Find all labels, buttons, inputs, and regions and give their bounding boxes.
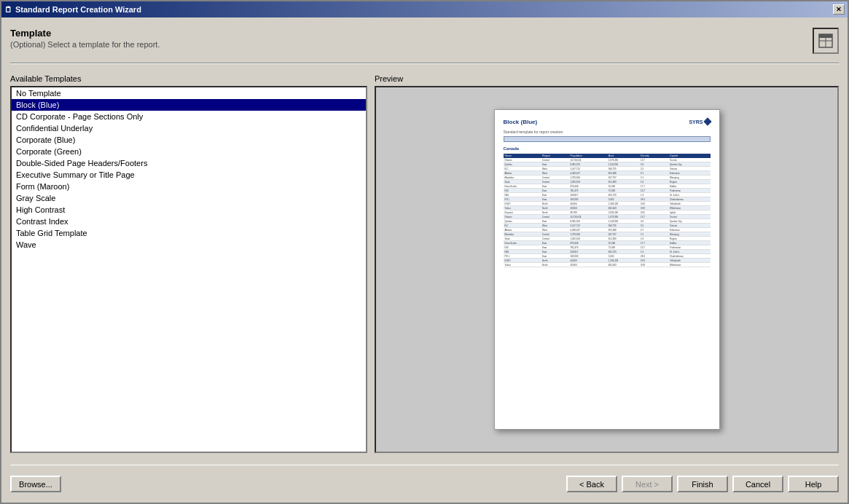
footer-buttons: < Back Next > Finish Cancel Help <box>566 476 839 492</box>
listbox-item-form-maroon[interactable]: Form (Maroon) <box>12 181 366 192</box>
preview-document: Block (Blue) SYRS Standard template for … <box>494 109 720 430</box>
listbox-item-gray-scale[interactable]: Gray Scale <box>12 192 366 204</box>
available-templates-label: Available Templates <box>10 74 367 83</box>
right-panel: Preview Block (Blue) SYRS Standar <box>375 74 839 453</box>
templates-listbox[interactable]: No TemplateBlock (Blue)CD Corporate - Pa… <box>10 86 367 453</box>
main-panels: Available Templates No TemplateBlock (Bl… <box>10 68 839 459</box>
browse-button[interactable]: Browse... <box>10 476 61 492</box>
preview-area: Block (Blue) SYRS Standard template for … <box>375 86 839 453</box>
title-bar-text: 🗒 Standard Report Creation Wizard <box>4 5 141 14</box>
listbox-item-wave[interactable]: Wave <box>12 239 366 251</box>
title-bar: 🗒 Standard Report Creation Wizard ✕ <box>1 1 848 17</box>
bottom-section: Browse... < Back Next > Finish Cancel He… <box>10 471 839 497</box>
listbox-item-executive-summary[interactable]: Executive Summary or Title Page <box>12 169 366 181</box>
listbox-item-no-template[interactable]: No Template <box>12 87 366 99</box>
header-divider <box>10 63 839 64</box>
listbox-item-block-blue[interactable]: Block (Blue) <box>12 99 366 111</box>
listbox-item-corporate-green[interactable]: Corporate (Green) <box>12 146 366 157</box>
main-window: 🗒 Standard Report Creation Wizard ✕ Temp… <box>0 0 849 504</box>
listbox-item-confidential-underlay[interactable]: Confidential Underlay <box>12 122 366 134</box>
left-panel: Available Templates No TemplateBlock (Bl… <box>10 74 367 453</box>
preview-label: Preview <box>375 74 839 83</box>
preview-doc-header: Block (Blue) SYRS <box>504 119 711 125</box>
content-area: Template (Optional) Select a template fo… <box>1 17 848 503</box>
header-subtitle: (Optional) Select a template for the rep… <box>10 40 160 49</box>
template-icon <box>813 28 839 54</box>
next-button[interactable]: Next > <box>622 476 673 492</box>
cancel-button[interactable]: Cancel <box>732 476 783 492</box>
finish-button[interactable]: Finish <box>677 476 728 492</box>
bottom-separator <box>10 465 839 465</box>
listbox-item-corporate-blue[interactable]: Corporate (Blue) <box>12 134 366 146</box>
header-text: Template (Optional) Select a template fo… <box>10 28 160 49</box>
browse-area: Browse... <box>10 476 61 492</box>
title-bar-controls: ✕ <box>833 4 845 15</box>
table-row: YukonNorth43,964482,4430.09Whitehorse <box>504 263 711 267</box>
preview-tagline: Standard template for report creation <box>504 130 711 134</box>
listbox-item-double-sided[interactable]: Double-Sided Page Headers/Footers <box>12 157 366 169</box>
svg-rect-1 <box>819 34 832 38</box>
back-button[interactable]: < Back <box>566 476 617 492</box>
logo-diamond <box>703 117 711 125</box>
preview-doc-title: Block (Blue) <box>504 119 538 125</box>
listbox-item-table-grid[interactable]: Table Grid Template <box>12 227 366 239</box>
listbox-item-cd-corporate[interactable]: CD Corporate - Page Sections Only <box>12 111 366 122</box>
help-button[interactable]: Help <box>788 476 839 492</box>
listbox-item-contrast-index[interactable]: Contrast Index <box>12 216 366 227</box>
preview-table: NameRegionPopulationAreaDensityCapitalOn… <box>504 154 711 267</box>
window-icon: 🗒 <box>4 5 12 14</box>
preview-subtitle: Canada <box>504 146 711 151</box>
listbox-item-high-contrast[interactable]: High Contrast <box>12 204 366 216</box>
close-button[interactable]: ✕ <box>833 4 845 15</box>
preview-logo: SYRS <box>689 119 710 125</box>
preview-searchbar <box>504 136 711 142</box>
header-title: Template <box>10 28 160 39</box>
window-title: Standard Report Creation Wizard <box>15 5 141 14</box>
header-section: Template (Optional) Select a template fo… <box>10 23 839 58</box>
